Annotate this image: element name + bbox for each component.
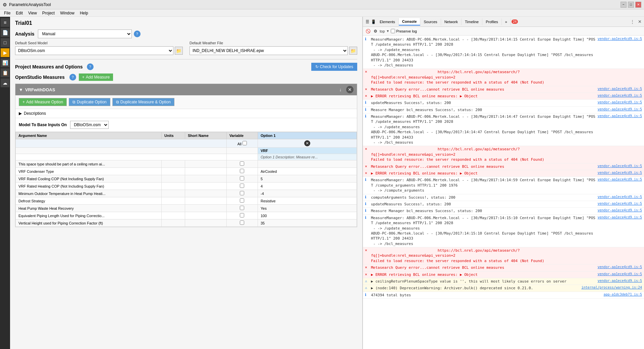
variable-checkbox[interactable] bbox=[240, 198, 244, 203]
variable-checkbox[interactable] bbox=[240, 220, 244, 225]
arg-variable-cell[interactable] bbox=[226, 219, 258, 227]
tab-more[interactable]: » bbox=[502, 18, 511, 25]
sidebar-btn-calibration[interactable]: 📋 bbox=[1, 68, 9, 77]
all-variable-checkbox[interactable] bbox=[243, 141, 247, 145]
option1-remove-button[interactable]: ✕ bbox=[304, 140, 310, 146]
log-entry: ⚠▶ ceilingReturnPlenumSpaceType value is… bbox=[363, 278, 644, 285]
vrf-move-down-button[interactable]: ↓ bbox=[337, 86, 344, 93]
clear-console-button[interactable]: 🚫 bbox=[365, 28, 371, 34]
log-icon: ℹ bbox=[365, 202, 369, 206]
devtools-close-button[interactable]: ✕ bbox=[637, 19, 643, 25]
duplicate-measure-option-button[interactable]: ⧉ Duplicate Measure & Option bbox=[112, 98, 174, 106]
arg-variable-cell[interactable] bbox=[226, 205, 258, 212]
os-measures-help-button[interactable]: ? bbox=[69, 74, 76, 81]
variable-checkbox[interactable] bbox=[240, 184, 244, 188]
seed-model-select[interactable]: DBtoOSm.osm bbox=[15, 46, 173, 55]
close-button[interactable]: ✕ bbox=[635, 2, 641, 8]
log-source-link[interactable]: vendor-aa1ece4cd9.is:5 bbox=[598, 272, 642, 276]
sidebar-btn-measures[interactable]: □ bbox=[1, 38, 9, 47]
log-source-link[interactable]: vendor-aa1ece4cd9.is:5 bbox=[598, 195, 642, 199]
tab-elements[interactable]: Elements bbox=[376, 18, 399, 25]
log-source-link[interactable]: vendor-aa1ece4cd9.is:5 bbox=[598, 208, 642, 212]
filter-button[interactable]: ⚙ bbox=[372, 28, 378, 34]
log-source-link[interactable]: app-a1dc3deb71.is:5 bbox=[604, 293, 642, 296]
sidebar-btn-file[interactable]: 📄 bbox=[1, 28, 9, 37]
variable-checkbox[interactable] bbox=[240, 191, 244, 195]
devtools-mobile-button[interactable]: 📱 bbox=[370, 19, 376, 25]
log-source-link[interactable]: vendor-aa1ece4cd9.is:5 bbox=[598, 178, 642, 181]
arg-variable-cell[interactable] bbox=[226, 190, 258, 197]
log-icon: ⚠ bbox=[365, 279, 369, 283]
pm-help-button[interactable]: ? bbox=[87, 63, 94, 70]
arg-variable-cell[interactable] bbox=[226, 183, 258, 190]
weather-file-select[interactable]: IND_DELHI_NEW DELHI_ISHRAE.epw bbox=[190, 46, 348, 55]
add-measure-button[interactable]: + Add Measure bbox=[79, 73, 113, 81]
log-source-link[interactable]: vendor-aa1ece4cd9.is:5 bbox=[598, 171, 642, 174]
check-updates-button[interactable]: ↻ Check for Updates bbox=[311, 63, 357, 71]
refresh-icon: ↻ bbox=[315, 64, 319, 69]
menu-edit[interactable]: Edit bbox=[13, 10, 25, 16]
log-icon: ✕ bbox=[365, 69, 369, 74]
vrf-collapse-icon[interactable]: ▼ bbox=[19, 87, 23, 92]
variable-checkbox[interactable] bbox=[240, 169, 244, 173]
tab-console[interactable]: Console bbox=[399, 18, 420, 26]
seed-model-folder-button[interactable]: 📁 bbox=[175, 47, 183, 55]
duplicate-option-button[interactable]: ⧉ Duplicate Option bbox=[69, 98, 110, 106]
variable-checkbox[interactable] bbox=[240, 206, 244, 210]
arg-variable-cell[interactable] bbox=[226, 175, 258, 183]
tab-timeline[interactable]: Timeline bbox=[462, 18, 482, 25]
log-source-link[interactable]: internal/process/warning.is:24 bbox=[581, 286, 642, 289]
weather-file-folder-button[interactable]: 📁 bbox=[349, 47, 357, 55]
arg-variable-cell[interactable] bbox=[226, 168, 258, 175]
descriptions-row[interactable]: ▶ Descriptions bbox=[15, 109, 357, 118]
log-source-link[interactable]: vendor-aa1ece4cd9.is:5 bbox=[598, 100, 642, 104]
model-base-select[interactable]: DBtoOSm.osm bbox=[70, 121, 109, 129]
menu-window[interactable]: Window bbox=[57, 10, 77, 16]
tab-network[interactable]: Network bbox=[441, 18, 462, 25]
minimize-button[interactable]: − bbox=[621, 2, 627, 8]
log-text: 474394 total bytes bbox=[371, 293, 602, 298]
variable-checkbox[interactable] bbox=[240, 176, 244, 181]
maximize-button[interactable]: □ bbox=[628, 2, 634, 8]
analysis-dropdown[interactable]: Manual Algorithmic bbox=[38, 30, 132, 38]
menu-view[interactable]: View bbox=[25, 10, 40, 16]
tab-profiles[interactable]: Profiles bbox=[482, 18, 502, 25]
log-entry: ℹupdateMeasures Success!, status: 200ven… bbox=[363, 100, 644, 106]
log-source-link[interactable]: vendor-aa1ece4cd9.is:5 bbox=[598, 279, 642, 283]
separator-1 bbox=[15, 59, 357, 59]
sidebar-btn-run[interactable]: ▶ bbox=[1, 48, 9, 57]
context-dropdown[interactable]: ▼ bbox=[386, 29, 389, 33]
menu-project[interactable]: Project bbox=[40, 10, 57, 16]
log-source-link[interactable]: vendor-aa1ece4cd9.is:5 bbox=[598, 164, 642, 168]
log-source-link[interactable]: vendor-aa1ece4cd9.is:5 bbox=[598, 94, 642, 97]
devtools-settings-button[interactable]: ⋮ bbox=[629, 19, 635, 25]
add-measure-option-button[interactable]: + Add Measure Option bbox=[19, 98, 67, 106]
menu-file[interactable]: File bbox=[1, 10, 13, 16]
vrf-close-button[interactable]: ✕ bbox=[346, 86, 354, 93]
menu-help[interactable]: Help bbox=[77, 10, 91, 16]
log-source-link[interactable]: vendor-aa1ece4cd9.is:5 bbox=[598, 265, 642, 269]
table-row: This space type should be part of a ceil… bbox=[16, 160, 357, 168]
arg-variable-cell[interactable] bbox=[226, 212, 258, 219]
log-source-link[interactable]: vendor-aa1ece4cd9.is:5 bbox=[598, 215, 642, 219]
arg-variable-cell[interactable] bbox=[226, 197, 258, 205]
variable-checkbox[interactable] bbox=[240, 161, 244, 166]
log-source-link[interactable]: vendor-aa1ece4cd9.is:5 bbox=[598, 114, 642, 118]
os-measures-title: OpenStudio Measures bbox=[15, 74, 65, 80]
variable-checkbox[interactable] bbox=[240, 213, 244, 217]
log-text: Measure Manager bcl_measures Success!, s… bbox=[371, 107, 596, 112]
sidebar-btn-cloud[interactable]: ☁ bbox=[1, 79, 9, 87]
devtools-inspect-button[interactable]: ☰ bbox=[364, 19, 370, 25]
table-row: VRF Rated Cooling COP (Not Including Sup… bbox=[16, 175, 357, 183]
sidebar-btn-results[interactable]: 📊 bbox=[1, 58, 9, 67]
preserve-log-checkbox[interactable] bbox=[391, 29, 395, 33]
sidebar-btn-menu[interactable]: ≡ bbox=[1, 18, 9, 27]
pm-title: Project Measures and Options bbox=[15, 64, 83, 69]
log-source-link[interactable]: vendor-aa1ece4cd9.is:5 bbox=[598, 107, 642, 111]
log-source-link[interactable]: vendor-aa1ece4cd9.is:5 bbox=[598, 87, 642, 91]
log-source-link[interactable]: vendor-aa1ece4cd9.is:5 bbox=[598, 37, 642, 41]
arg-variable-cell[interactable] bbox=[226, 160, 258, 168]
log-source-link[interactable]: vendor-aa1ece4cd9.is:5 bbox=[598, 202, 642, 205]
analysis-help-button[interactable]: ? bbox=[134, 31, 141, 37]
tab-sources[interactable]: Sources bbox=[420, 18, 441, 25]
